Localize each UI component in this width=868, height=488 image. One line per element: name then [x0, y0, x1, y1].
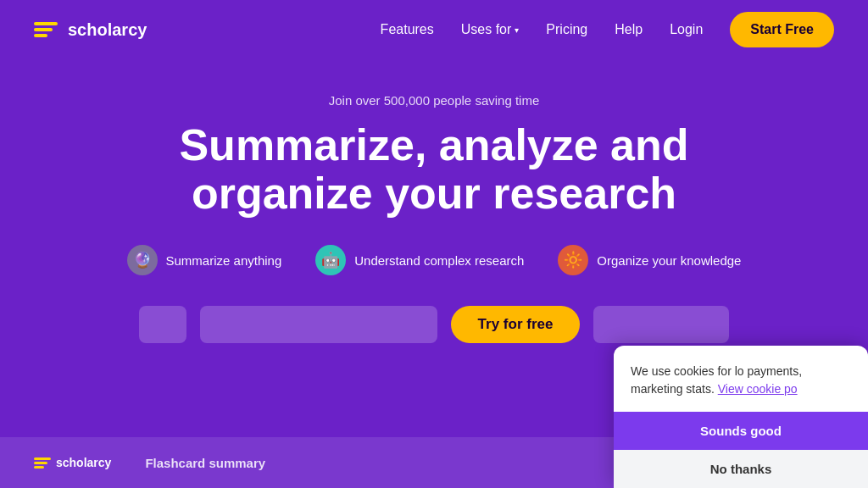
understand-icon: 🤖 — [315, 245, 346, 275]
understand-label: Understand complex research — [354, 253, 524, 268]
nav-links: Features Uses for ▾ Pricing Help Login S… — [381, 12, 834, 47]
preview-line-1 — [34, 458, 51, 460]
navbar: scholarcy Features Uses for ▾ Pricing He… — [0, 0, 868, 59]
hero-subtitle: Join over 500,000 people saving time — [329, 93, 540, 108]
chevron-down-icon: ▾ — [515, 25, 519, 35]
nav-help[interactable]: Help — [615, 22, 643, 37]
preview-line-3 — [34, 466, 44, 469]
cookie-text: We use cookies for lo payments, marketin… — [631, 363, 851, 398]
feature-organize: 🔆 Organize your knowledge — [558, 245, 741, 275]
preview-logo-text: scholarcy — [56, 456, 111, 469]
preview-line-2 — [34, 462, 47, 464]
logo-line-1 — [34, 22, 58, 25]
nav-features[interactable]: Features — [381, 22, 434, 37]
nav-login[interactable]: Login — [670, 22, 703, 37]
logo-text: scholarcy — [68, 20, 147, 40]
cookie-buttons: Sounds good No thanks — [614, 412, 868, 488]
cookie-banner: We use cookies for lo payments, marketin… — [614, 346, 868, 488]
nav-uses-for[interactable]: Uses for ▾ — [461, 22, 520, 37]
extra-input-box[interactable] — [593, 306, 729, 343]
hero-features: 🔮 Summarize anything 🤖 Understand comple… — [127, 245, 742, 275]
nav-pricing[interactable]: Pricing — [546, 22, 587, 37]
url-input-box[interactable] — [200, 306, 437, 343]
file-input-box[interactable] — [139, 306, 186, 343]
logo-line-3 — [34, 34, 47, 37]
hero-section: Join over 500,000 people saving time Sum… — [0, 59, 868, 363]
organize-label: Organize your knowledge — [597, 253, 741, 268]
preview-label: Flashcard summary — [145, 456, 265, 470]
logo-line-2 — [34, 28, 53, 31]
try-free-button[interactable]: Try for free — [451, 306, 581, 343]
start-free-button[interactable]: Start Free — [730, 12, 834, 47]
cookie-accept-button[interactable]: Sounds good — [614, 412, 868, 450]
preview-logo: scholarcy — [34, 456, 111, 469]
summarize-icon: 🔮 — [127, 245, 158, 275]
cookie-decline-button[interactable]: No thanks — [614, 450, 868, 488]
preview-logo-icon — [34, 458, 51, 469]
hero-title: Summarize, analyze and organize your res… — [129, 121, 739, 218]
cta-area: Try for free — [139, 306, 730, 343]
organize-icon: 🔆 — [558, 245, 588, 275]
summarize-label: Summarize anything — [166, 253, 282, 268]
logo-icon — [34, 16, 61, 43]
feature-summarize: 🔮 Summarize anything — [127, 245, 282, 275]
feature-understand: 🤖 Understand complex research — [315, 245, 524, 275]
logo[interactable]: scholarcy — [34, 16, 147, 43]
cookie-policy-link[interactable]: View cookie po — [718, 382, 798, 396]
